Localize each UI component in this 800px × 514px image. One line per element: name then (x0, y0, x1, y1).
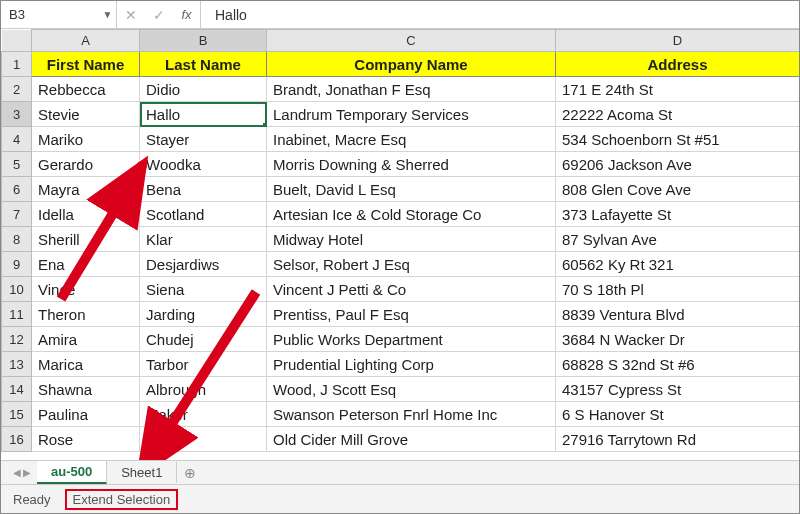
header-cell-C[interactable]: Company Name (267, 52, 556, 77)
cell-C16[interactable]: Old Cider Mill Grove (267, 427, 556, 452)
cell-B3[interactable]: Hallo (140, 102, 267, 127)
cell-A6[interactable]: Mayra (32, 177, 140, 202)
cell-A9[interactable]: Ena (32, 252, 140, 277)
name-box-dropdown[interactable]: ▼ (99, 1, 117, 28)
status-bar: Ready Extend Selection (1, 485, 799, 513)
status-ready: Ready (13, 492, 51, 507)
fx-icon[interactable]: fx (173, 1, 201, 28)
cell-B5[interactable]: Woodka (140, 152, 267, 177)
cell-C9[interactable]: Selsor, Robert J Esq (267, 252, 556, 277)
cell-B7[interactable]: Scotland (140, 202, 267, 227)
cell-A16[interactable]: Rose (32, 427, 140, 452)
new-sheet-button[interactable]: ⊕ (177, 465, 203, 481)
row-header-9[interactable]: 9 (2, 252, 32, 277)
row-header-11[interactable]: 11 (2, 302, 32, 327)
cell-D16[interactable]: 27916 Tarrytown Rd (556, 427, 800, 452)
cancel-icon: ✕ (117, 1, 145, 28)
row-header-5[interactable]: 5 (2, 152, 32, 177)
cell-B4[interactable]: Stayer (140, 127, 267, 152)
row-header-7[interactable]: 7 (2, 202, 32, 227)
row-header-2[interactable]: 2 (2, 77, 32, 102)
sheet-tab-sheet1[interactable]: Sheet1 (107, 462, 177, 483)
cell-D11[interactable]: 8839 Ventura Blvd (556, 302, 800, 327)
cell-B9[interactable]: Desjardiws (140, 252, 267, 277)
cell-D6[interactable]: 808 Glen Cove Ave (556, 177, 800, 202)
col-header-D[interactable]: D (556, 30, 800, 52)
cell-D14[interactable]: 43157 Cypress St (556, 377, 800, 402)
cell-D4[interactable]: 534 Schoenborn St #51 (556, 127, 800, 152)
row-header-8[interactable]: 8 (2, 227, 32, 252)
row-header-1[interactable]: 1 (2, 52, 32, 77)
cell-A4[interactable]: Mariko (32, 127, 140, 152)
cell-B2[interactable]: Didio (140, 77, 267, 102)
cell-D7[interactable]: 373 Lafayette St (556, 202, 800, 227)
status-extend-selection: Extend Selection (65, 489, 179, 510)
cell-A8[interactable]: Sherill (32, 227, 140, 252)
cell-A14[interactable]: Shawna (32, 377, 140, 402)
col-header-A[interactable]: A (32, 30, 140, 52)
cell-B6[interactable]: Bena (140, 177, 267, 202)
cell-A3[interactable]: Stevie (32, 102, 140, 127)
name-box[interactable]: B3 (1, 1, 99, 28)
row-header-16[interactable]: 16 (2, 427, 32, 452)
cell-A2[interactable]: Rebbecca (32, 77, 140, 102)
cell-D9[interactable]: 60562 Ky Rt 321 (556, 252, 800, 277)
cell-B14[interactable]: Albrough (140, 377, 267, 402)
formula-input[interactable]: Hallo (201, 7, 799, 23)
cell-D15[interactable]: 6 S Hanover St (556, 402, 800, 427)
cell-C3[interactable]: Landrum Temporary Services (267, 102, 556, 127)
row-header-3[interactable]: 3 (2, 102, 32, 127)
cell-C5[interactable]: Morris Downing & Sherred (267, 152, 556, 177)
cell-C11[interactable]: Prentiss, Paul F Esq (267, 302, 556, 327)
cell-C8[interactable]: Midway Hotel (267, 227, 556, 252)
tab-nav[interactable]: ◀▶ (7, 467, 37, 478)
cell-D8[interactable]: 87 Sylvan Ave (556, 227, 800, 252)
cell-B8[interactable]: Klar (140, 227, 267, 252)
cell-C4[interactable]: Inabinet, Macre Esq (267, 127, 556, 152)
cell-A7[interactable]: Idella (32, 202, 140, 227)
cell-A5[interactable]: Gerardo (32, 152, 140, 177)
row-header-13[interactable]: 13 (2, 352, 32, 377)
col-header-B[interactable]: B (140, 30, 267, 52)
enter-icon: ✓ (145, 1, 173, 28)
row-header-4[interactable]: 4 (2, 127, 32, 152)
cell-C2[interactable]: Brandt, Jonathan F Esq (267, 77, 556, 102)
cell-B10[interactable]: Siena (140, 277, 267, 302)
cell-C12[interactable]: Public Works Department (267, 327, 556, 352)
cell-B11[interactable]: Jarding (140, 302, 267, 327)
header-cell-D[interactable]: Address (556, 52, 800, 77)
cell-C10[interactable]: Vincent J Petti & Co (267, 277, 556, 302)
sheet-tab-active[interactable]: au-500 (37, 461, 107, 484)
cell-C14[interactable]: Wood, J Scott Esq (267, 377, 556, 402)
cell-D2[interactable]: 171 E 24th St (556, 77, 800, 102)
cell-D10[interactable]: 70 S 18th Pl (556, 277, 800, 302)
cell-D13[interactable]: 68828 S 32nd St #6 (556, 352, 800, 377)
cell-C6[interactable]: Buelt, David L Esq (267, 177, 556, 202)
formula-bar: B3 ▼ ✕ ✓ fx Hallo (1, 1, 799, 29)
cell-C7[interactable]: Artesian Ice & Cold Storage Co (267, 202, 556, 227)
row-header-15[interactable]: 15 (2, 402, 32, 427)
cell-A11[interactable]: Theron (32, 302, 140, 327)
header-cell-A[interactable]: First Name (32, 52, 140, 77)
row-header-6[interactable]: 6 (2, 177, 32, 202)
cell-A10[interactable]: Vince (32, 277, 140, 302)
select-all-corner[interactable] (2, 30, 32, 52)
cell-C13[interactable]: Prudential Lighting Corp (267, 352, 556, 377)
row-header-12[interactable]: 12 (2, 327, 32, 352)
cell-A13[interactable]: Marica (32, 352, 140, 377)
sheet-tab-strip: ◀▶ au-500 Sheet1 ⊕ (1, 461, 799, 485)
header-cell-B[interactable]: Last Name (140, 52, 267, 77)
cell-B13[interactable]: Tarbor (140, 352, 267, 377)
row-header-14[interactable]: 14 (2, 377, 32, 402)
row-header-10[interactable]: 10 (2, 277, 32, 302)
cell-B16[interactable]: Jebb (140, 427, 267, 452)
cell-A15[interactable]: Paulina (32, 402, 140, 427)
col-header-C[interactable]: C (267, 30, 556, 52)
cell-A12[interactable]: Amira (32, 327, 140, 352)
cell-D5[interactable]: 69206 Jackson Ave (556, 152, 800, 177)
cell-D12[interactable]: 3684 N Wacker Dr (556, 327, 800, 352)
cell-D3[interactable]: 22222 Acoma St (556, 102, 800, 127)
cell-C15[interactable]: Swanson Peterson Fnrl Home Inc (267, 402, 556, 427)
cell-B12[interactable]: Chudej (140, 327, 267, 352)
cell-B15[interactable]: Maker (140, 402, 267, 427)
